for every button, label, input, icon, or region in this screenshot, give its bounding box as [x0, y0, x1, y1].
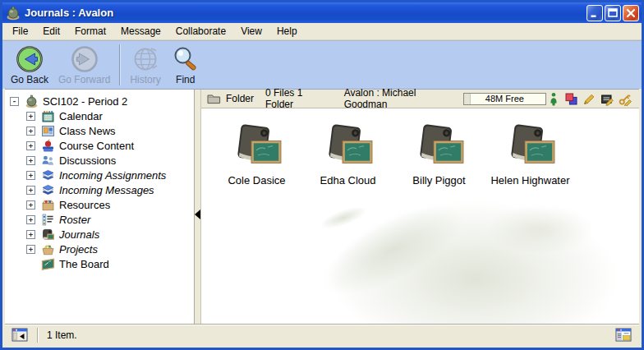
window-title: Journals : Avalon [25, 7, 585, 19]
tree-item-journals[interactable]: +Journals [5, 227, 194, 242]
toolbar-button-history: History [125, 44, 165, 85]
title-bar[interactable]: Journals : Avalon [2, 2, 642, 23]
folder-view: Cole DasiceEdha CloudBilly PiggotHelen H… [201, 108, 639, 324]
tree-item-calendar[interactable]: +Calendar [5, 108, 194, 123]
map-watermark [310, 187, 476, 311]
toolbar: Go BackGo ForwardHistoryFind [2, 40, 642, 89]
expand-expander-icon[interactable]: + [26, 112, 35, 121]
expand-expander-icon[interactable]: + [26, 127, 35, 136]
status-separator [37, 328, 39, 343]
journal-book-icon [231, 124, 283, 170]
window-controls [585, 5, 639, 21]
tree-item-incoming-assignments[interactable]: +Incoming Assignments [5, 168, 194, 182]
toolbar-button-find[interactable]: Find [166, 44, 205, 85]
status-text: 1 Item. [47, 329, 615, 341]
expand-expander-icon[interactable]: + [26, 215, 35, 224]
menu-item-edit[interactable]: Edit [35, 24, 67, 39]
journal-item-label: Billy Piggot [412, 174, 465, 187]
maximize-button[interactable] [605, 5, 621, 21]
expand-expander-icon[interactable]: + [26, 200, 35, 210]
history-icon [131, 44, 160, 74]
journal-item-cole-dasice[interactable]: Cole Dasice [211, 124, 302, 187]
free-space-label: 48M Free [485, 94, 524, 104]
used-space-fill [464, 94, 471, 104]
journal-item-billy-piggot[interactable]: Billy Piggot [393, 124, 485, 187]
course-tree: -SCI102 - Period 2+Calendar+Class News+C… [5, 90, 195, 324]
tree-item-label: SCI102 - Period 2 [43, 95, 127, 108]
journal-book-icon [504, 124, 557, 170]
resources-icon [41, 198, 55, 212]
tree-item-the-board[interactable]: The Board [5, 256, 194, 271]
tree-item-projects[interactable]: +Projects [5, 242, 194, 256]
header-icon-group [546, 92, 634, 106]
expand-expander-icon[interactable]: + [26, 186, 35, 195]
toolbar-button-label: Find [176, 74, 195, 85]
tree-item-label: Roster [59, 214, 90, 226]
app-window: Journals : Avalon FileEditFormatMessageC… [0, 0, 644, 350]
minimize-button[interactable] [586, 5, 603, 21]
collapse-arrow-icon[interactable] [195, 210, 200, 219]
expand-expander-icon[interactable]: + [26, 171, 35, 180]
tree-item-discussions[interactable]: +Discussions [5, 153, 194, 168]
panel-toggle-icon[interactable] [12, 328, 29, 342]
menu-item-message[interactable]: Message [113, 24, 168, 39]
board-icon [41, 257, 55, 271]
expand-expander-icon[interactable]: + [26, 141, 35, 150]
journal-item-helen-highwater[interactable]: Helen Highwater [485, 124, 576, 187]
tree-item-course-content[interactable]: +Course Content [5, 138, 194, 153]
content-header: Folder 0 Files 1 Folder Avalon : Michael… [201, 90, 639, 108]
journal-item-label: Edha Cloud [320, 174, 376, 187]
toolbar-button-label: Go Back [11, 74, 48, 85]
expand-expander-icon[interactable]: + [26, 230, 35, 239]
folder-icon [207, 93, 221, 104]
roster-icon [41, 213, 55, 227]
expand-expander-icon[interactable]: + [26, 245, 35, 254]
journal-item-edha-cloud[interactable]: Edha Cloud [302, 124, 393, 187]
tree-item-sci102-period-2[interactable]: -SCI102 - Period 2 [5, 94, 194, 108]
person-icon[interactable] [546, 92, 560, 106]
go-back-icon [15, 44, 44, 74]
menu-item-collaborate[interactable]: Collaborate [168, 24, 233, 39]
tree-item-label: Discussions [59, 154, 116, 167]
flask-icon [25, 94, 39, 108]
journals-icon [41, 228, 55, 242]
map-watermark [487, 205, 594, 254]
tree-item-label: Projects [59, 243, 98, 256]
find-icon [171, 44, 200, 74]
layers-icon[interactable] [564, 92, 578, 106]
tree-item-resources[interactable]: +Resources [5, 197, 194, 212]
journal-book-icon [322, 124, 375, 170]
menu-item-file[interactable]: File [5, 24, 35, 39]
messages-icon [41, 183, 55, 197]
tree-item-roster[interactable]: +Roster [5, 212, 194, 227]
journal-book-icon [413, 124, 466, 170]
layout-icon[interactable] [615, 328, 632, 342]
journal-item-label: Cole Dasice [228, 174, 285, 187]
tree-item-label: Incoming Messages [59, 184, 154, 196]
key-pencil-icon[interactable] [619, 92, 632, 106]
expand-expander-icon[interactable]: + [26, 156, 35, 165]
collapse-expander-icon[interactable]: - [10, 97, 19, 106]
tree-item-label: Calendar [59, 110, 103, 122]
content-pane: Folder 0 Files 1 Folder Avalon : Michael… [201, 90, 639, 324]
menu-item-format[interactable]: Format [67, 24, 113, 39]
menu-item-view[interactable]: View [233, 24, 269, 39]
assignments-icon [41, 168, 55, 182]
folder-type-label: Folder [226, 93, 254, 104]
flask-app-icon [6, 6, 21, 21]
close-button[interactable] [623, 5, 639, 21]
pencil-icon[interactable] [582, 92, 596, 106]
account-label: Avalon : Michael Goodman [344, 87, 444, 110]
free-space-gauge: 48M Free [463, 93, 546, 105]
discussions-icon [41, 154, 55, 168]
pane-splitter[interactable] [195, 90, 201, 324]
toolbar-button-go-back[interactable]: Go Back [6, 44, 53, 85]
menu-item-help[interactable]: Help [269, 24, 305, 39]
tree-item-label: Incoming Assignments [59, 169, 166, 182]
item-counts: 0 Files 1 Folder [265, 87, 323, 110]
tree-item-class-news[interactable]: +Class News [5, 123, 194, 138]
calendar-icon [41, 109, 55, 123]
tree-item-incoming-messages[interactable]: +Incoming Messages [5, 182, 194, 197]
note-pencil-icon[interactable] [600, 92, 614, 106]
projects-icon [41, 242, 55, 256]
